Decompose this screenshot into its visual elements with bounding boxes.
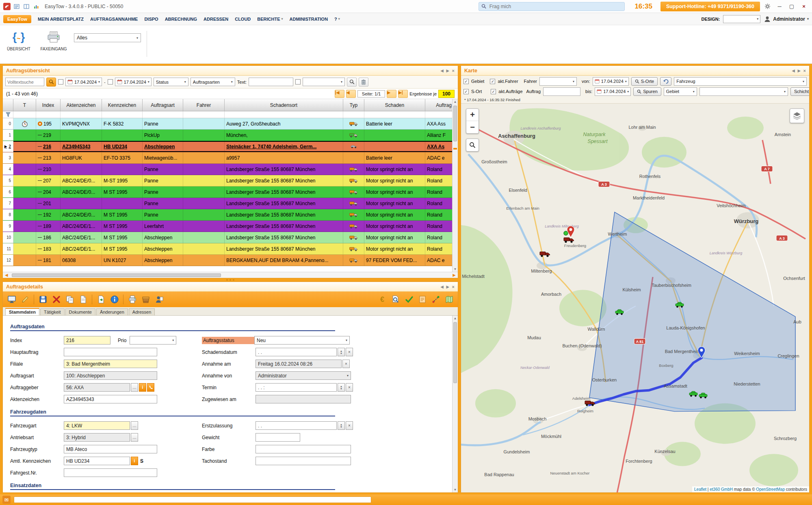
spinner-button[interactable]: ▲▼ [338, 383, 345, 392]
field-prio[interactable]: ▾ [130, 336, 176, 345]
schicht-button[interactable]: Schicht [790, 87, 809, 96]
quick-list-icon[interactable] [13, 3, 20, 10]
field-annahme-am[interactable]: Freitag 16.02.2024 08:26 [256, 360, 342, 368]
gebiet-select[interactable]: Gebiet▾ [664, 87, 697, 96]
akt-auftraege-checkbox[interactable]: ✓ [491, 89, 496, 94]
print-icon[interactable] [127, 294, 138, 305]
field-filiale[interactable]: 3: Bad Mergentheim [64, 360, 157, 368]
menu-item-administration[interactable]: ADMINISTRATION [290, 17, 328, 22]
package-icon[interactable] [140, 294, 151, 305]
quick-columns-icon[interactable] [23, 3, 30, 10]
column-filter-cell[interactable] [183, 111, 225, 118]
clear-filter-button[interactable] [359, 78, 368, 87]
column-filter-cell[interactable] [13, 111, 36, 118]
panel-close-icon[interactable]: × [803, 68, 806, 73]
field-erstzulassung[interactable]: . . [256, 421, 337, 430]
column-filter-cell[interactable] [36, 111, 61, 118]
monitor-icon[interactable] [6, 294, 17, 305]
table-row[interactable]: 0195KVPMQVNXF-K 5832PanneAuweg 27, Großh… [3, 118, 452, 130]
extra-filter-checkbox[interactable] [295, 79, 301, 85]
minimize-button[interactable]: ─ [775, 2, 784, 11]
table-header[interactable]: TIndexAktenzeichenKennzeichenAuftragsart… [3, 99, 452, 111]
tab-tätigkeit[interactable]: Tätigkeit [40, 308, 65, 315]
column-filter-cell[interactable] [61, 111, 102, 118]
prev-page-button[interactable]: ◀ [346, 90, 356, 98]
faxeingang-button[interactable]: FAXEINGANG [39, 28, 68, 51]
table-row[interactable]: 11183ABC/24/DE/1...M ST 1995AbschleppenL… [3, 243, 452, 255]
tab-dokumente[interactable]: Dokumente [65, 308, 95, 315]
table-row[interactable]: 10186ABC/24/DE/1...M ST 1995AbschleppenL… [3, 232, 452, 243]
table-filter-row[interactable] [3, 111, 452, 118]
menu-item-auftragsannahme[interactable]: AUFTRAGSANNAHME [90, 17, 138, 22]
column-filter-cell[interactable] [364, 111, 425, 118]
field-aktenzeichen[interactable]: AZ34945343 [64, 395, 157, 403]
quick-chart-icon[interactable] [32, 3, 40, 10]
s-ort-checkbox[interactable]: ✓ [463, 89, 469, 94]
zoom-control[interactable]: + − [466, 108, 479, 134]
delete-icon[interactable] [51, 294, 62, 305]
zoom-out-button[interactable]: − [466, 121, 479, 133]
envelope-icon[interactable]: ✉ [2, 496, 11, 504]
column-filter-cell[interactable] [343, 111, 364, 118]
field-gewicht[interactable] [256, 433, 300, 442]
field-auftragsstatus[interactable]: Neu▾ [254, 336, 350, 345]
map-icon[interactable] [444, 294, 455, 305]
date-to-input[interactable]: 17.04.2024▾ [115, 78, 152, 86]
panel-right-icon[interactable]: ▶ [798, 69, 801, 73]
date-from-checkbox[interactable] [58, 79, 63, 85]
auftrag-filter-input[interactable] [543, 87, 580, 96]
zoom-in-button[interactable]: + [466, 109, 479, 121]
column-header[interactable]: Schadensort [225, 99, 343, 111]
lookup-button[interactable]: … [131, 433, 138, 442]
phone-button[interactable] [147, 383, 154, 392]
field-farbe[interactable] [256, 445, 351, 453]
column-header[interactable]: Auftrag [425, 99, 452, 111]
search-doc-icon[interactable] [390, 294, 401, 305]
uebersicht-button[interactable]: {~} ÜBERSICHT [4, 28, 33, 51]
global-search-input[interactable] [489, 3, 622, 10]
table-row[interactable]: 6204ABC/24/DE/0...M ST 1995PanneLandsber… [3, 186, 452, 198]
table-row[interactable]: 1219PickUpMünchen,Allianz F [3, 130, 452, 141]
table-row[interactable]: 7201PanneLandsberger Straße 155 80687 Mü… [3, 198, 452, 209]
field-fahrzeugtyp[interactable]: MB Ateco [64, 445, 157, 453]
field-auftraggeber[interactable]: 56: AXA [64, 383, 130, 392]
field-amtl-kennzeichen[interactable]: HB UD234 [64, 457, 130, 465]
column-header[interactable]: Index [36, 99, 61, 111]
panel-left-icon[interactable]: ◀ [441, 69, 444, 73]
panel-right-icon[interactable]: ▶ [446, 285, 449, 289]
menu-item-dispo[interactable]: DISPO [144, 17, 158, 22]
date-from-input[interactable]: 17.04.2024▾ [65, 78, 102, 86]
lookup-button[interactable]: … [131, 383, 138, 392]
filter-funnel-icon[interactable] [3, 111, 13, 118]
column-filter-cell[interactable] [225, 111, 343, 118]
field-annahme-von[interactable]: Administrator▾ [256, 371, 351, 380]
clear-button[interactable]: × [346, 383, 353, 392]
export-icon[interactable] [95, 294, 106, 305]
table-row[interactable]: 4210PanneLandsberger Straße 155 80687 Mü… [3, 164, 452, 175]
field-fahrzeugart[interactable]: 4: LKW [64, 421, 130, 430]
edit-icon[interactable] [19, 294, 30, 305]
menu-item-adressen[interactable]: ADRESSEN [204, 17, 228, 22]
column-filter-cell[interactable] [143, 111, 183, 118]
panel-close-icon[interactable]: × [452, 68, 455, 73]
info-button[interactable]: i [131, 457, 138, 465]
scrollbar-thumb[interactable] [453, 106, 457, 141]
menu-item-abrechnung[interactable]: ABRECHNUNG [165, 17, 197, 22]
fahrer-select[interactable]: ▾ [539, 77, 577, 86]
column-header[interactable]: Auftragsart [143, 99, 183, 111]
undo-button[interactable] [660, 77, 671, 86]
results-per-page-input[interactable] [438, 90, 455, 98]
euro-icon[interactable]: € [377, 294, 388, 305]
extra-filter-select[interactable]: ▾ [303, 78, 345, 86]
field-index[interactable]: 216 [64, 336, 110, 345]
field-schadensdatum[interactable]: . . [256, 348, 337, 356]
column-header[interactable]: Fahrer [183, 99, 225, 111]
panel-splitter[interactable] [2, 278, 458, 282]
column-header[interactable]: T [13, 99, 36, 111]
panel-right-icon[interactable]: ▶ [446, 69, 449, 73]
field-zugewiesen-am[interactable] [256, 395, 351, 403]
table-vertical-scrollbar[interactable]: ▲ ▼ [452, 99, 458, 272]
tab-änderungen[interactable]: Änderungen [96, 308, 128, 315]
maximize-button[interactable]: ▢ [787, 2, 797, 11]
info-button[interactable]: i [139, 383, 146, 392]
